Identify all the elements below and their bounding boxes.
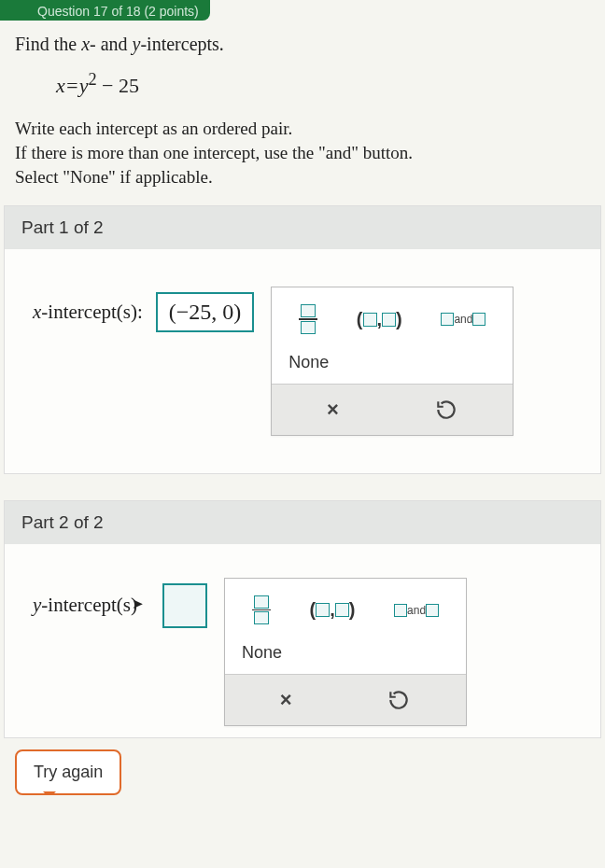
instruction-line-1: Write each intercept as an ordered pair. xyxy=(15,117,594,141)
part-1-header: Part 1 of 2 xyxy=(5,206,600,249)
fraction-button[interactable] xyxy=(291,301,325,338)
x-intercept-input[interactable]: (−25, 0) xyxy=(156,292,255,332)
x-intercept-label: x-intercept(s): xyxy=(33,301,143,324)
y-intercept-label: y-intercept(s)➤ xyxy=(33,594,149,617)
question-tab: Question 17 of 18 (2 points) xyxy=(0,0,210,21)
clear-button[interactable]: × xyxy=(319,394,346,426)
and-button[interactable]: and xyxy=(433,309,493,329)
none-button[interactable]: None xyxy=(288,353,329,372)
none-button[interactable]: None xyxy=(242,643,282,663)
part-2: Part 2 of 2 y-intercept(s)➤ (,) and Non xyxy=(4,500,601,739)
math-palette-2: (,) and None × xyxy=(224,578,467,727)
reset-button[interactable] xyxy=(379,684,418,716)
fraction-button[interactable] xyxy=(245,592,278,629)
cursor-icon: ➤ xyxy=(132,596,144,611)
ordered-pair-button[interactable]: (,) xyxy=(349,305,410,334)
instruction-line-3: Select "None" if applicable. xyxy=(15,165,594,189)
clear-button[interactable]: × xyxy=(273,684,300,716)
and-button[interactable]: and xyxy=(387,600,446,621)
instruction-line-2: If there is more than one intercept, use… xyxy=(15,141,594,165)
part-1: Part 1 of 2 x-intercept(s): (−25, 0) (,)… xyxy=(4,205,601,474)
equation: x=y2 − 25 xyxy=(0,63,605,117)
undo-icon xyxy=(387,688,411,712)
instructions: Write each intercept as an ordered pair.… xyxy=(0,117,605,205)
prompt-text: Find the x- and y-intercepts. xyxy=(0,21,605,63)
ordered-pair-button[interactable]: (,) xyxy=(302,595,362,624)
part-2-header: Part 2 of 2 xyxy=(5,501,600,544)
reset-button[interactable] xyxy=(427,394,466,426)
undo-icon xyxy=(434,398,458,422)
math-palette-1: (,) and None × xyxy=(271,287,514,436)
y-intercept-input[interactable] xyxy=(162,583,207,628)
try-again-button[interactable]: Try again xyxy=(15,749,121,795)
